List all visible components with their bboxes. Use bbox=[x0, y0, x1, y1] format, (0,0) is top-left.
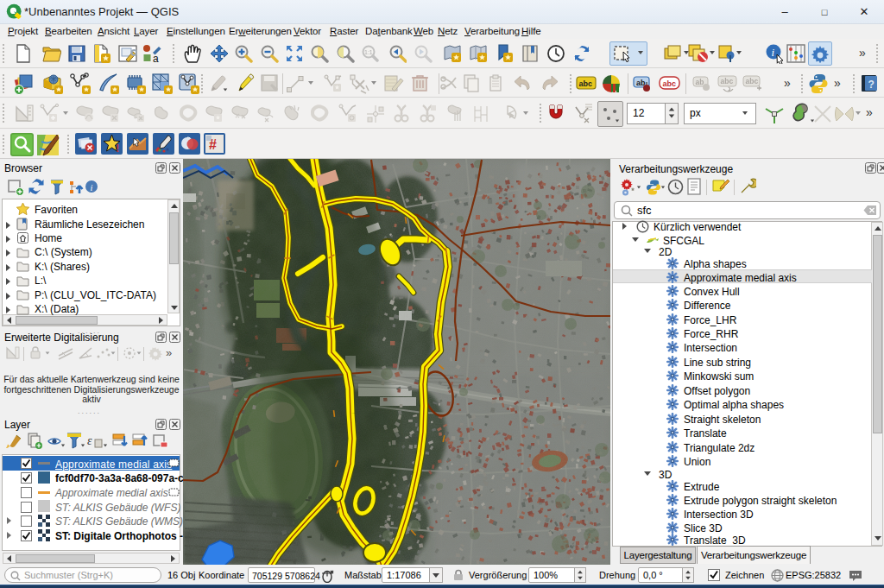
svg-text:abc: abc bbox=[579, 79, 593, 88]
svg-text:abc: abc bbox=[746, 77, 759, 85]
svg-text:abc: abc bbox=[721, 77, 734, 85]
svg-text:a: a bbox=[153, 53, 159, 63]
svg-text:ab: ab bbox=[696, 78, 704, 86]
svg-text:!: ! bbox=[116, 142, 119, 155]
svg-text:?: ? bbox=[868, 79, 875, 91]
svg-text:i: i bbox=[91, 183, 93, 193]
svg-text:ε: ε bbox=[87, 434, 92, 447]
svg-text:i: i bbox=[772, 46, 775, 59]
svg-text:1:1: 1:1 bbox=[364, 49, 373, 55]
svg-text:abc: abc bbox=[663, 79, 677, 88]
